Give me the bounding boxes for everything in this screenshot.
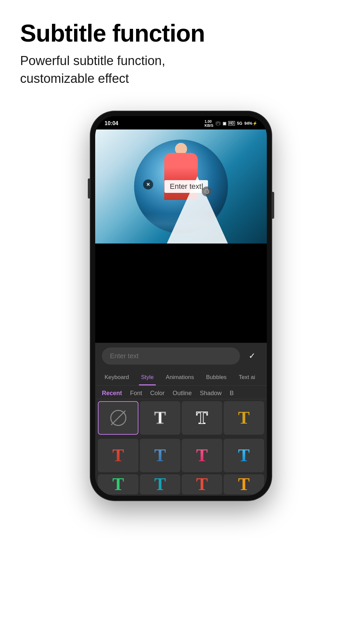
style-grid-row3: T T T T bbox=[95, 474, 267, 496]
confirm-button[interactable]: ✓ bbox=[244, 348, 260, 364]
t-letter-blue: T bbox=[154, 447, 166, 464]
wifi-icon: ▣ bbox=[223, 121, 226, 126]
bottom-panel: ✓ Keyboard Style Animations Bubbles Text… bbox=[95, 343, 267, 496]
status-time: 10:04 bbox=[105, 120, 118, 126]
sub-tab-outline[interactable]: Outline bbox=[173, 390, 192, 397]
tab-text-ai[interactable]: Text ai bbox=[233, 369, 261, 385]
phone-inner: 10:04 1.00KB/S 📳 ▣ HD 5G 94%⚡ bbox=[95, 116, 267, 496]
sub-tab-b[interactable]: B bbox=[230, 390, 234, 397]
text-input-row: ✓ bbox=[95, 343, 267, 369]
page-subtitle: Powerful subtitle function, customizable… bbox=[20, 52, 342, 88]
t-letter-gold: T bbox=[238, 476, 250, 493]
style-cell-white-stroke[interactable]: T bbox=[140, 401, 180, 435]
t-letter-green: T bbox=[112, 476, 124, 493]
style-cell-gold[interactable]: T bbox=[224, 474, 264, 494]
style-cell-outline[interactable]: T bbox=[182, 401, 222, 435]
style-cell-cyan[interactable]: T bbox=[140, 474, 180, 494]
status-bar: 10:04 1.00KB/S 📳 ▣ HD 5G 94%⚡ bbox=[95, 116, 267, 129]
style-cell-none[interactable] bbox=[98, 401, 138, 435]
subtitle-text-input[interactable] bbox=[102, 347, 240, 365]
sub-tab-font[interactable]: Font bbox=[130, 390, 142, 397]
t-letter-red: T bbox=[112, 447, 124, 464]
style-cell-red2[interactable]: T bbox=[182, 474, 222, 494]
phone-outer: 10:04 1.00KB/S 📳 ▣ HD 5G 94%⚡ bbox=[90, 111, 272, 500]
style-cell-blue[interactable]: T bbox=[140, 439, 180, 472]
t-letter-cyan: T bbox=[154, 476, 166, 493]
style-cell-pink[interactable]: T bbox=[182, 439, 222, 472]
status-icons: 1.00KB/S 📳 ▣ HD 5G 94%⚡ bbox=[204, 119, 257, 127]
style-cell-red[interactable]: T bbox=[98, 439, 138, 472]
video-area: Enter text ✕ bbox=[95, 129, 267, 244]
tab-style[interactable]: Style bbox=[135, 369, 160, 385]
data-speed-icon: 1.00KB/S bbox=[204, 119, 213, 127]
style-grid-row2: T T T T bbox=[95, 437, 267, 474]
battery-icon: 94%⚡ bbox=[244, 121, 257, 126]
hd-icon: HD bbox=[228, 121, 235, 125]
style-cell-yellow[interactable]: T bbox=[224, 401, 264, 435]
drag-handle-inner bbox=[204, 189, 209, 194]
t-letter-yellow: T bbox=[238, 409, 250, 427]
t-letter-pink: T bbox=[196, 447, 208, 464]
main-tab-bar: Keyboard Style Animations Bubbles Text a… bbox=[95, 369, 267, 386]
drag-handle[interactable] bbox=[202, 186, 212, 197]
video-content: Enter text ✕ bbox=[95, 129, 267, 244]
sub-tab-color[interactable]: Color bbox=[150, 390, 165, 397]
t-letter-blue2: T bbox=[238, 447, 250, 464]
vibrate-icon: 📳 bbox=[216, 121, 221, 126]
text-overlay-box: Enter text bbox=[165, 180, 208, 193]
page-title: Subtitle function bbox=[20, 20, 342, 47]
t-letter-outline: T bbox=[196, 409, 208, 427]
phone-mockup: 10:04 1.00KB/S 📳 ▣ HD 5G 94%⚡ bbox=[0, 111, 362, 500]
style-grid-row1: T T T bbox=[95, 399, 267, 437]
black-spacer bbox=[95, 244, 267, 343]
style-cell-blue2[interactable]: T bbox=[224, 439, 264, 472]
style-cell-green[interactable]: T bbox=[98, 474, 138, 494]
overlay-enter-text: Enter text bbox=[170, 182, 201, 191]
t-letter-red2: T bbox=[196, 476, 208, 493]
tab-animations[interactable]: Animations bbox=[160, 369, 200, 385]
sub-tab-recent[interactable]: Recent bbox=[102, 390, 122, 397]
sub-tab-shadow[interactable]: Shadow bbox=[200, 390, 222, 397]
signal-icon: 5G bbox=[237, 121, 242, 126]
prohibit-icon bbox=[110, 410, 126, 426]
tab-bubbles[interactable]: Bubbles bbox=[200, 369, 233, 385]
sub-tab-bar: Recent Font Color Outline Shadow B bbox=[95, 386, 267, 399]
t-letter-white-stroke: T bbox=[154, 409, 166, 427]
page-header: Subtitle function Powerful subtitle func… bbox=[0, 0, 362, 101]
tab-keyboard[interactable]: Keyboard bbox=[99, 369, 135, 385]
